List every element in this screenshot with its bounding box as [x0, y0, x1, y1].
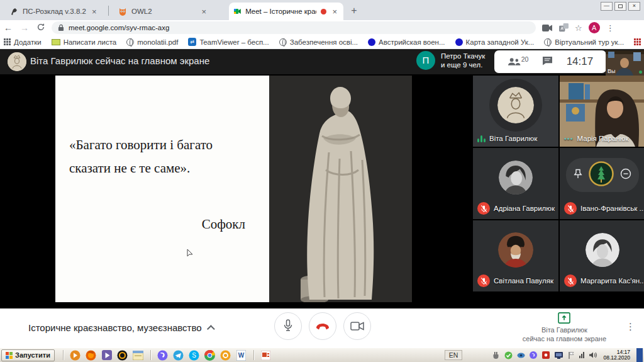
window-controls: — × [601, 2, 640, 11]
viber-icon[interactable] [157, 349, 169, 361]
bookmark-mapa-galicji[interactable]: mapa Galicji 1779-1... [634, 38, 644, 46]
word-icon[interactable]: W [236, 349, 247, 361]
profile-avatar[interactable]: А [589, 22, 600, 33]
windows-taskbar: Запустити S W EN 14:17 08.12.2020 [0, 348, 644, 362]
participant-avatar [498, 232, 533, 268]
bookmark-virtual-tour[interactable]: Віртуальний тур ук... [544, 38, 624, 46]
network-signal-icon[interactable] [579, 352, 584, 358]
tab-close-icon[interactable]: × [201, 7, 208, 16]
selfview-active-dot [639, 71, 642, 74]
speaking-indicator-icon [477, 135, 486, 142]
participant-tile-ivano[interactable]: Івано-Франківськ ... [560, 148, 644, 219]
powerpoint-icon[interactable] [260, 349, 272, 361]
bookmark-osvita[interactable]: Забезпечення осві... [279, 38, 358, 46]
tab-label: Meet – Історичне краєзнав [245, 8, 316, 15]
telegram-icon[interactable] [173, 349, 184, 361]
file-manager-icon[interactable] [133, 349, 144, 361]
tab-meet-active[interactable]: Meet – Історичне краєзнав × [229, 3, 343, 20]
power-plug-icon[interactable] [491, 351, 500, 359]
firefox-icon[interactable] [86, 349, 97, 361]
viber-tray-icon[interactable] [529, 351, 538, 359]
tile-hover-controls [566, 158, 639, 192]
bookmarks-bar: Додатки Написати листа monolatii.pdf ⇄ T… [0, 35, 644, 49]
participant-name: Віта Гаврилюк [489, 135, 537, 142]
chat-icon [542, 56, 553, 65]
meeting-name-button[interactable]: Історичне краєзнавство, музеєзнавство [28, 322, 215, 333]
kmplayer-icon[interactable] [101, 349, 113, 361]
bookmark-apps[interactable]: Додатки [4, 38, 42, 46]
mic-icon [283, 319, 293, 333]
camera-toggle-button[interactable] [343, 312, 371, 340]
hangup-button[interactable] [309, 312, 336, 340]
pin-participant-button[interactable] [574, 169, 582, 181]
participant-tile-vita[interactable]: Віта Гаврилюк [473, 76, 558, 147]
present-icon [558, 312, 570, 324]
language-indicator[interactable]: EN [445, 350, 463, 360]
presenter-chip[interactable]: П Петро Ткачук и еще 9 чел. [416, 51, 485, 70]
presenting-status[interactable]: Віта Гаврилюк сейчас на главном экране [523, 312, 606, 343]
red-app-tray-icon[interactable] [541, 351, 550, 359]
bookmark-pdf[interactable]: monolatii.pdf [126, 38, 178, 46]
participant-tile-marharyta[interactable]: Маргарита Кас'ян... [560, 220, 644, 291]
address-bar[interactable]: meet.google.com/syv-rmac-axg [52, 21, 536, 34]
presenter-initial-badge: П [416, 51, 435, 70]
bookmark-mail[interactable]: Написати листа [52, 38, 117, 46]
participant-tile-svitlana[interactable]: Світлана Павуляк [473, 220, 558, 291]
antivirus-check-icon[interactable] [504, 351, 513, 359]
selfview-thumbnail[interactable]: Вы [606, 50, 644, 76]
presenting-sub: сейчас на главном экране [523, 334, 606, 343]
mic-muted-icon [564, 274, 577, 287]
media-player-icon[interactable] [70, 349, 81, 361]
participants-button[interactable]: 20 [508, 57, 529, 66]
aimp-icon[interactable] [117, 349, 128, 361]
more-options-icon[interactable]: ⋮ [626, 321, 635, 332]
skype-icon[interactable]: S [189, 349, 200, 361]
mic-toggle-button[interactable] [274, 312, 302, 340]
bookmark-teamviewer[interactable]: ⇄ TeamViewer – бесп... [188, 38, 269, 46]
minimize-button[interactable]: — [601, 2, 613, 11]
chrome-icon[interactable] [204, 349, 216, 361]
reload-icon[interactable] [33, 23, 49, 33]
tab-close-icon[interactable]: × [331, 7, 338, 16]
start-button[interactable]: Запустити [1, 349, 55, 361]
tab-close-icon[interactable]: × [91, 7, 98, 16]
media-playback-icon[interactable] [542, 25, 553, 31]
participant-name: Марія Паранюк [577, 135, 629, 142]
blue-dot-icon [455, 38, 463, 46]
flag-icon[interactable] [567, 351, 575, 359]
back-icon[interactable]: ← [0, 23, 16, 33]
remove-participant-button[interactable] [620, 168, 631, 182]
eye-icon[interactable] [516, 351, 525, 359]
participant-tile-adriana[interactable]: Адріана Гаврилюк [473, 148, 558, 219]
meet-app: Віта Гаврилюк сейчас на главном экране П… [0, 49, 644, 348]
bookmark-star-icon[interactable]: ☆ [575, 23, 582, 33]
translate-icon[interactable] [559, 23, 569, 33]
chat-button[interactable] [542, 56, 553, 68]
orange-app-icon[interactable] [220, 349, 231, 361]
tab-owl2[interactable]: OWL2 × [113, 3, 225, 20]
close-button[interactable]: × [628, 2, 640, 11]
new-tab-button[interactable]: + [347, 4, 361, 18]
tab-ps-rozklad[interactable]: ПС-Розклад v.3.8.2 × [5, 3, 106, 20]
mic-muted-icon [477, 274, 490, 287]
slide-author: Софокл [55, 217, 245, 232]
bookmark-map-west[interactable]: Карта западной Ук... [455, 38, 535, 46]
display-tray-icon[interactable] [554, 351, 563, 359]
globe-icon [279, 38, 287, 46]
url-text: meet.google.com/syv-rmac-axg [69, 24, 169, 31]
owl2-favicon [118, 7, 127, 16]
bookmark-austrian[interactable]: Австрийская воен... [368, 38, 445, 46]
participants-count: 20 [521, 55, 529, 63]
volume-icon[interactable] [588, 351, 597, 359]
svg-text:S: S [192, 352, 197, 359]
browser-menu-icon[interactable]: ⋮ [606, 23, 614, 33]
taskbar-clock[interactable]: 14:17 08.12.2020 [603, 349, 630, 361]
slide-statue-image [269, 76, 412, 302]
show-desktop-button[interactable] [636, 348, 643, 362]
maximize-button[interactable] [614, 2, 626, 11]
camera-icon [350, 322, 364, 331]
participant-tile-maria[interactable]: ••• Марія Паранюк [560, 76, 644, 147]
mic-muted-icon [477, 202, 490, 215]
mouse-cursor [187, 249, 193, 257]
forward-icon[interactable]: → [16, 23, 33, 33]
